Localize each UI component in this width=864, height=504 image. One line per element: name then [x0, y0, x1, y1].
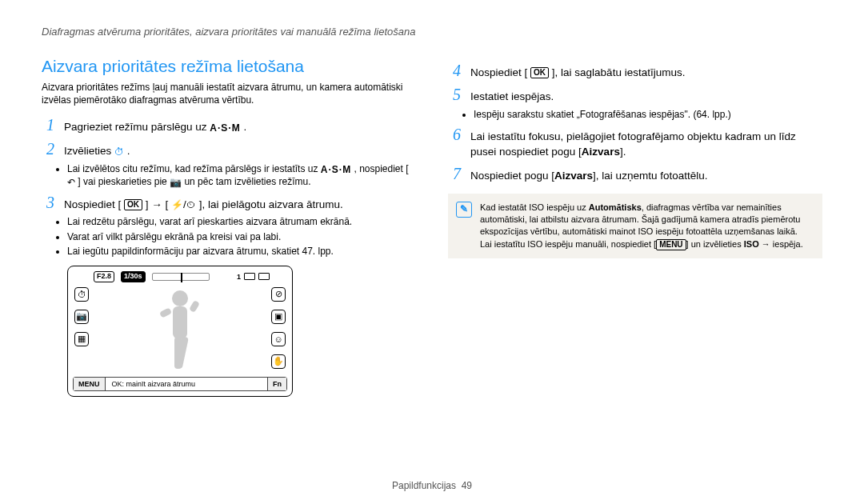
- step-text: Nospiediet [: [64, 198, 121, 210]
- step-text: Pagrieziet režīmu pārslēgu uz: [64, 121, 210, 133]
- svg-point-0: [172, 290, 188, 306]
- timer-icon: ⏲: [186, 200, 196, 210]
- step-text: Lai iestatītu fokusu, pielāgojiet fotogr…: [470, 130, 796, 158]
- mode-icon: ⏱: [74, 287, 89, 302]
- step-6: 6 Lai iestatītu fokusu, pielāgojiet foto…: [448, 126, 822, 160]
- ev-slider: [152, 273, 210, 281]
- step-body: Nospiediet pogu [Aizvars], lai uzņemtu f…: [470, 169, 707, 184]
- step-2-sublist: Lai izvēlētos citu režīmu, kad režīma pā…: [67, 162, 416, 188]
- mode-asm-icon: A·S·M: [210, 123, 240, 133]
- step-1: 1 Pagrieziet režīmu pārslēgu uz A·S·M .: [42, 116, 416, 135]
- list-item: Iespēju sarakstu skatiet „Fotografēšanas…: [474, 108, 822, 121]
- svg-rect-2: [159, 307, 172, 318]
- left-side-icons: ⏱ 📷 ▦: [74, 287, 89, 346]
- list-item: Lai izvēlētos citu režīmu, kad režīma pā…: [67, 162, 416, 188]
- text: Lai izvēlētos citu režīmu, kad režīma pā…: [67, 163, 321, 174]
- step-number: 5: [448, 86, 461, 104]
- text: ] vai pieskarieties pie: [78, 176, 170, 187]
- footer-label: Papildfunkcijas: [392, 480, 456, 491]
- text: → iespēja.: [759, 239, 803, 249]
- step-text: ], lai saglabātu iestatījumus.: [552, 66, 686, 78]
- shutter-chip: 1/30s: [121, 271, 146, 282]
- step-text: .: [127, 145, 130, 157]
- shoot-icon: 📷: [74, 310, 89, 324]
- intro-text: Aizvara prioritātes režīms ļauj manuāli …: [42, 81, 416, 106]
- step-number: 7: [448, 165, 461, 183]
- bold-label: ISO: [744, 239, 759, 249]
- battery-icon: [258, 273, 270, 280]
- step-3: 3 Nospiediet [ OK ] → [ ⚡/⏲ ], lai pielā…: [42, 194, 416, 213]
- step-body: Iestatiet iespējas.: [470, 90, 554, 105]
- bold-label: Aizvars: [582, 146, 620, 158]
- step-text: Nospiediet [: [470, 66, 527, 78]
- step-number: 3: [42, 194, 54, 212]
- note-icon: ✎: [456, 202, 472, 218]
- status-icons: 1: [237, 273, 270, 281]
- mode-asm-icon: A·S·M: [321, 165, 351, 174]
- step-text: ], lai pielāgotu aizvara ātrumu.: [199, 198, 343, 210]
- menu-button: MENU: [74, 378, 106, 390]
- step-text: ], lai uzņemtu fotoattēlu.: [593, 170, 707, 182]
- right-column: 4 Nospiediet [ OK ], lai saglabātu iesta…: [448, 57, 822, 397]
- page-number: 49: [462, 480, 472, 491]
- svg-rect-1: [173, 306, 187, 338]
- step-text: Izvēlieties: [64, 145, 114, 157]
- svg-rect-3: [189, 300, 200, 313]
- step-number: 4: [448, 62, 461, 80]
- step-number: 1: [42, 116, 54, 134]
- flash-off-icon: ⊘: [271, 287, 286, 302]
- step-body: Izvēlieties ⏱ .: [64, 144, 130, 159]
- face-icon: ☺: [271, 332, 286, 346]
- step-2: 2 Izvēlieties ⏱ .: [42, 140, 416, 159]
- columns: Aizvara prioritātes režīma lietošana Aiz…: [42, 57, 822, 397]
- aperture-chip: F2.8: [94, 271, 114, 282]
- list-item: Lai iegūtu papildinformāciju par aizvara…: [67, 245, 416, 258]
- camera-bottom-bar: MENU OK: mainīt aizvara ātrumu Fn: [73, 377, 287, 391]
- note-text: Kad iestatāt ISO iespēju uz Automātisks,…: [480, 202, 811, 251]
- camera-hint: OK: mainīt aizvara ātrumu: [106, 380, 202, 388]
- figure-silhouette-icon: [152, 289, 208, 377]
- back-icon: ↶: [67, 178, 75, 187]
- timer-icon: ⏱: [114, 147, 124, 157]
- step-5-sublist: Iespēju sarakstu skatiet „Fotografēšanas…: [474, 108, 822, 121]
- camera-icon: 📷: [170, 178, 182, 187]
- step-text: ] → [: [146, 198, 169, 210]
- page: Diafragmas atvēruma prioritātes, aizvara…: [0, 0, 864, 504]
- step-number: 6: [448, 126, 461, 144]
- list-item: Varat arī vilkt pārslēgu ekrānā pa kreis…: [67, 230, 416, 243]
- ok-button-icon: OK: [124, 199, 142, 210]
- step-number: 2: [42, 140, 54, 158]
- text: ] un izvēlieties: [686, 239, 744, 249]
- step-body: Nospiediet [ OK ] → [ ⚡/⏲ ], lai pielāgo…: [64, 198, 343, 213]
- page-footer: Papildfunkcijas 49: [0, 480, 864, 491]
- camera-top-row: F2.8 1/30s 1: [94, 271, 270, 282]
- camera-preview: F2.8 1/30s 1 ⏱ 📷 ▦ ⊘ ▣: [67, 266, 293, 397]
- right-side-icons: ⊘ ▣ ☺ ✋: [271, 287, 286, 369]
- menu-button-icon: MENU: [656, 239, 686, 250]
- list-item: Lai redzētu pārslēgu, varat arī pieskart…: [67, 215, 416, 228]
- step-text: ].: [620, 146, 626, 158]
- sd-icon: [244, 273, 255, 280]
- album-icon: ▦: [74, 332, 89, 346]
- ok-button-icon: OK: [530, 67, 549, 78]
- hand-icon: ✋: [271, 354, 286, 369]
- step-text: Nospiediet pogu [: [470, 170, 554, 182]
- step-body: Lai iestatītu fokusu, pielāgojiet fotogr…: [470, 130, 822, 160]
- step-3-sublist: Lai redzētu pārslēgu, varat arī pieskart…: [67, 215, 416, 258]
- shot-count: 1: [237, 273, 241, 281]
- bold-label: Aizvars: [554, 170, 593, 182]
- section-title: Aizvara prioritātes režīma lietošana: [42, 57, 416, 76]
- step-4: 4 Nospiediet [ OK ], lai saglabātu iesta…: [448, 62, 822, 81]
- step-7: 7 Nospiediet pogu [Aizvars], lai uzņemtu…: [448, 165, 822, 184]
- text: un pēc tam izvēlieties režīmu.: [184, 176, 310, 187]
- note-box: ✎ Kad iestatāt ISO iespēju uz Automātisk…: [448, 194, 822, 259]
- step-body: Pagrieziet režīmu pārslēgu uz A·S·M .: [64, 120, 246, 135]
- breadcrumb: Diafragmas atvēruma prioritātes, aizvara…: [42, 26, 822, 38]
- step-5: 5 Iestatiet iespējas.: [448, 86, 822, 105]
- bold-label: Automātisks: [589, 202, 642, 212]
- step-text: .: [243, 121, 246, 133]
- step-body: Nospiediet [ OK ], lai saglabātu iestatī…: [470, 66, 685, 81]
- left-column: Aizvara prioritātes režīma lietošana Aiz…: [42, 57, 416, 397]
- af-icon: ▣: [271, 310, 286, 324]
- flash-icon: ⚡: [171, 200, 183, 210]
